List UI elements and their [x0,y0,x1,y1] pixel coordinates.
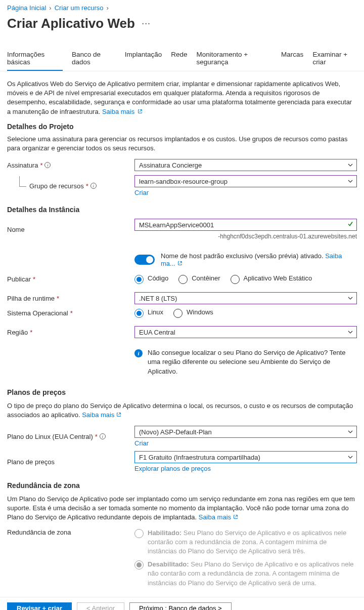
publish-label: Publicar [7,275,31,283]
external-link-icon [116,411,121,419]
name-row: Nome MSLearnAppService0001 -hhghcnf0dsc3… [7,219,357,240]
os-linux-radio[interactable]: Linux [134,308,163,318]
tab-database[interactable]: Banco de dados [72,47,116,71]
region-info-text: Não consegue localizar o seu Plano do Se… [148,348,357,376]
unique-hostname-toggle[interactable] [134,255,155,265]
external-link-icon [233,513,238,521]
region-label: Região [7,329,28,336]
chevron-down-icon [347,178,353,184]
tabs: Informações básicas Banco de dados Impla… [0,47,364,71]
tab-deployment[interactable]: Implantação [125,47,162,71]
linux-plan-select[interactable]: (Novo) ASP-Default-Plan [134,426,357,438]
learn-more-link[interactable]: Saiba mais [102,108,143,115]
os-windows-radio[interactable]: Windows [173,308,213,318]
chevron-down-icon [347,454,353,460]
publish-row: Publicar * Código Contêiner Aplicativo W… [7,274,357,284]
info-icon: i [134,349,143,357]
checkmark-icon [347,221,353,229]
subscription-label: Assinatura [7,161,38,169]
subscription-select[interactable]: Assinatura Concierge [134,159,357,171]
publish-container-radio[interactable]: Contêiner [178,274,220,284]
external-link-icon [177,260,183,267]
tab-basics[interactable]: Informações básicas [7,47,63,71]
more-icon[interactable]: ··· [142,20,151,28]
pricing-tier-row: Plano de preços F1 Gratuito (Infraestrut… [7,451,357,472]
linux-plan-label: Plano do Linux (EUA Central) [7,433,93,440]
project-details-desc: Selecione uma assinatura para gerenciar … [7,135,357,153]
zone-redundancy-label: Redundância de zona [7,528,71,536]
tab-tags[interactable]: Marcas [281,47,303,71]
toggle-text: Nome de host padrão exclusivo (versão pr… [161,252,357,267]
name-label: Nome [7,226,25,233]
region-select[interactable]: EUA Central [134,326,357,338]
pricing-tier-label: Plano de preços [7,458,55,466]
runtime-row: Pilha de runtime * .NET 8 (LTS) [7,292,357,304]
publish-static-radio[interactable]: Aplicativo Web Estático [231,274,312,284]
info-icon[interactable]: i [90,183,97,189]
chevron-down-icon [347,429,353,435]
breadcrumb-home[interactable]: Página Inicial [7,4,46,12]
intro-text: Os Aplicativos Web do Serviço de Aplicat… [7,79,357,116]
resource-group-select[interactable]: learn-sandbox-resource-group [134,175,357,187]
chevron-down-icon [347,295,353,301]
info-icon[interactable]: i [44,162,51,168]
publish-code-radio[interactable]: Código [134,274,168,284]
external-link-icon [138,108,143,115]
breadcrumb-create-resource[interactable]: Criar um recurso [55,4,104,12]
chevron-right-icon: › [49,4,51,12]
zone-redundancy-row: Redundância de zona Habilitado: Seu Plan… [7,528,357,588]
page-title: Criar Aplicativo Web [7,16,135,31]
region-row: Região * EUA Central [7,326,357,338]
chevron-right-icon: › [106,4,108,12]
pricing-tier-select[interactable]: F1 Gratuito (Infraestrutura compartilhad… [134,451,357,463]
instance-details-heading: Detalhes da Instância [7,206,357,214]
review-create-button[interactable]: Revisar + criar [7,602,72,610]
chevron-down-icon [347,329,353,335]
resource-group-label: Grupo de recursos [29,182,84,190]
next-button[interactable]: Próximo : Banco de dados > [129,602,232,610]
chevron-down-icon [347,162,353,168]
tab-network[interactable]: Rede [171,47,187,71]
name-input[interactable]: MSLearnAppService0001 [134,219,357,231]
create-resource-group-link[interactable]: Criar [134,189,357,196]
linux-plan-row: Plano do Linux (EUA Central) * i (Novo) … [7,426,357,447]
project-details-heading: Detalhes do Projeto [7,123,357,131]
pricing-desc: O tipo de preço do plano do Serviço de A… [7,401,357,420]
os-row: Sistema Operacional * Linux Windows [7,308,357,318]
resource-group-row: Grupo de recursos * i learn-sandbox-reso… [7,175,357,196]
footer: Revisar + criar < Anterior Próximo : Ban… [0,597,364,610]
zone-redundancy-heading: Redundância de zona [7,481,357,490]
page-title-container: Criar Aplicativo Web ··· [0,14,364,37]
unique-hostname-row: Nome de host padrão exclusivo (versão pr… [7,244,357,270]
os-label: Sistema Operacional [7,309,68,317]
breadcrumb: Página Inicial › Criar um recurso › [0,0,364,14]
learn-more-zone-link[interactable]: Saiba mais [199,513,238,521]
zone-disabled-radio: Desabilitado: Seu Plano do Serviço de Ap… [134,560,357,588]
previous-button: < Anterior [77,602,124,610]
zone-enabled-radio: Habilitado: Seu Plano do Serviço de Apli… [134,528,357,556]
info-icon[interactable]: i [100,433,106,439]
learn-more-pricing-link[interactable]: Saiba mais [82,411,121,419]
create-plan-link[interactable]: Criar [134,439,357,447]
pricing-heading: Planos de preços [7,388,357,396]
tab-review[interactable]: Examinar + criar [312,47,357,71]
hostname-preview: -hhghcnf0dsc3epdh.centralus-01.azurewebs… [134,233,357,240]
region-info-row: i Não consegue localizar o seu Plano do … [7,342,357,379]
runtime-label: Pilha de runtime [7,295,55,302]
runtime-select[interactable]: .NET 8 (LTS) [134,292,357,304]
tab-monitoring[interactable]: Monitoramento + segurança [196,47,272,71]
explore-pricing-link[interactable]: Explorar planos de preços [134,465,357,472]
subscription-row: Assinatura * i Assinatura Concierge [7,159,357,171]
zone-redundancy-desc: Um Plano do Serviço de Aplicativo pode s… [7,495,357,522]
